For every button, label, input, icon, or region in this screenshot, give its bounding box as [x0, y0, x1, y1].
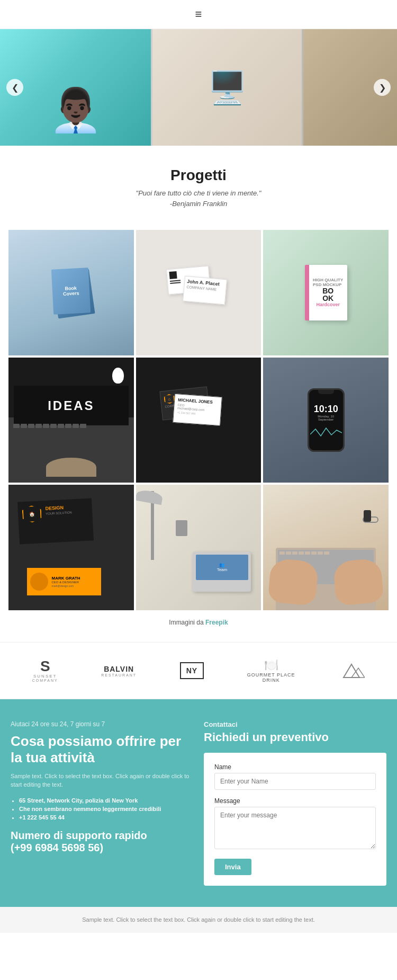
logo-sunset: S SUNSET COMPANY — [32, 659, 58, 682]
svg-marker-0 — [344, 664, 359, 678]
contact-right: Contattaci Richiedi un preventivo Name M… — [204, 720, 386, 886]
grid-item-design-card[interactable]: 🏠 DESIGN YOUR SOLUTION MARK GRATH CEO & … — [8, 485, 134, 610]
immagini-text: Immagini da Freepik — [0, 619, 397, 626]
grid-item-phone[interactable]: 10:10 Monday, 10 September — [263, 358, 389, 483]
carousel-slide-2 — [151, 29, 302, 146]
logo-balvin: BALVIN RESTAURANT — [101, 665, 137, 677]
form-message-label: Message — [214, 797, 376, 805]
form-submit-button[interactable]: Invia — [214, 859, 251, 875]
contact-right-heading: Richiedi un preventivo — [204, 730, 386, 744]
progetti-quote: "Puoi fare tutto ciò che ti viene in men… — [11, 188, 386, 209]
phone-time: 10:10 — [314, 404, 338, 415]
logo-mountain — [338, 662, 365, 680]
grid-item-laptop-lamp[interactable]: 👥Team — [136, 485, 261, 610]
footer-text: Sample text. Click to select the text bo… — [11, 915, 386, 924]
form-name-group: Name — [214, 763, 376, 790]
contact-phone: (+99 6984 5698 56) — [11, 842, 193, 854]
grid-item-ideas[interactable]: IDEAS — [8, 358, 134, 483]
progetti-section: Progetti "Puoi fare tutto ciò che ti vie… — [0, 146, 397, 219]
ideas-label: IDEAS — [48, 398, 94, 413]
progetti-title: Progetti — [11, 167, 386, 184]
mountain-icon — [338, 662, 365, 680]
logo-ny: NY — [180, 662, 204, 679]
contact-support-label: Numero di supporto rapido — [11, 829, 193, 842]
contact-left: Aiutaci 24 ore su 24, 7 giorni su 7 Cosa… — [11, 720, 193, 886]
carousel-next-button[interactable]: ❯ — [374, 79, 391, 96]
grid-item-hands-keyboard[interactable] — [263, 485, 389, 610]
navigation: ≡ — [0, 0, 397, 29]
carousel: ❮ ❯ — [0, 29, 397, 146]
form-name-input[interactable] — [214, 773, 376, 790]
logos-section: S SUNSET COMPANY BALVIN RESTAURANT NY 🍽️… — [0, 642, 397, 699]
carousel-prev-button[interactable]: ❮ — [6, 79, 23, 96]
form-message-group: Message — [214, 797, 376, 851]
hamburger-icon[interactable]: ≡ — [195, 7, 202, 21]
form-name-label: Name — [214, 763, 376, 771]
contact-list-item: 65 Street, Network City, polizia di New … — [19, 797, 193, 804]
footer: Sample text. Click to select the text bo… — [0, 907, 397, 933]
contact-section: Aiutaci 24 ore su 24, 7 giorni su 7 Cosa… — [0, 699, 397, 907]
grid-item-business-cards[interactable]: John A. Placet COMPANY NAME — [136, 230, 261, 355]
grid-item-dark-cards[interactable]: ⌂ CORPORATION MICHAEL JONES CEO michael@… — [136, 358, 261, 483]
logo-gourmet: 🍽️ GOURMET PLACE DRINK — [247, 658, 295, 683]
grid-item-book-hardcover[interactable]: HIGH QUALITYPSD MOCKUP BOOK Hardcover — [263, 230, 389, 355]
contact-list-item: +1 222 545 55 44 — [19, 814, 193, 821]
gourmet-icon: 🍽️ — [264, 658, 278, 672]
grid-item-book-covers[interactable]: BookCovers — [8, 230, 134, 355]
portfolio-grid: BookCovers John A. Placet COMPANY NAME — [8, 230, 389, 610]
form-message-textarea[interactable] — [214, 807, 376, 849]
contact-right-label: Contattaci — [204, 720, 386, 728]
phone-date: Monday, 10 September — [309, 415, 343, 421]
contact-form: Name Message Invia — [204, 753, 386, 886]
contact-availability: Aiutaci 24 ore su 24, 7 giorni su 7 — [11, 720, 193, 728]
contact-sample: Sample text. Click to select the text bo… — [11, 772, 193, 789]
contact-heading: Cosa possiamo offrire per la tua attivit… — [11, 733, 193, 766]
contact-list: 65 Street, Network City, polizia di New … — [11, 797, 193, 821]
contact-list-item: Che non sembrano nemmeno leggermente cre… — [19, 806, 193, 812]
